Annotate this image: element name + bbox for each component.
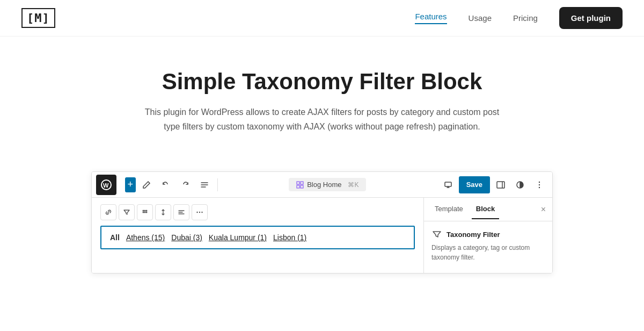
svg-rect-7 [497,182,504,188]
editor-mockup: W + [91,171,553,274]
block-grid-button[interactable] [137,204,153,220]
toolbar-separator [217,178,218,191]
tab-block[interactable]: Block [472,199,499,219]
svg-point-19 [199,212,200,213]
nav-features[interactable]: Features [415,12,447,24]
view-button[interactable] [440,176,457,193]
filter-block-preview: All Athens (15) Dubai (3) Kuala Lumpur (… [100,226,415,249]
keyboard-hint: ⌘K [348,181,358,189]
svg-rect-3 [301,182,303,184]
get-plugin-button[interactable]: Get plugin [559,7,623,29]
svg-rect-6 [445,182,451,186]
filter-kuala-lumpur[interactable]: Kuala Lumpur (1) [209,233,267,242]
blog-home-label: Blog Home [307,181,341,189]
svg-point-16 [144,212,146,213]
blog-home-pill[interactable]: Blog Home ⌘K [289,178,366,191]
nav-usage[interactable]: Usage [469,13,492,23]
svg-point-9 [539,181,540,182]
svg-point-14 [146,210,148,212]
hero-description: This plugin for WordPress allows to crea… [140,105,504,134]
block-description: Displays a category, tag or custom taxon… [431,243,545,262]
svg-point-12 [143,210,144,212]
page-title: Simple Taxonomy Filter Block [21,69,623,95]
block-arrows-button[interactable] [155,204,171,220]
svg-point-13 [144,210,146,212]
tab-template[interactable]: Template [430,199,467,219]
svg-text:W: W [103,182,109,189]
editor-toolbar: W + [92,172,552,198]
contrast-button[interactable] [511,176,529,193]
svg-rect-2 [297,182,299,184]
undo-button[interactable] [157,176,174,193]
editor-main: All Athens (15) Dubai (3) Kuala Lumpur (… [92,198,423,273]
list-view-button[interactable] [196,176,213,193]
filter-athens[interactable]: Athens (15) [126,233,165,242]
sidebar-tabs: Template Block × [424,198,552,221]
redo-button[interactable] [177,176,194,193]
block-more-button[interactable] [192,204,208,220]
filter-dubai[interactable]: Dubai (3) [171,233,202,242]
filter-lisbon[interactable]: Lisbon (1) [273,233,306,242]
logo: [M] [21,8,55,28]
save-button[interactable]: Save [459,176,490,193]
block-name-label: Taxonomy Filter [447,231,500,239]
wp-icon-button[interactable]: W [96,175,116,195]
edit-button[interactable] [138,176,155,193]
svg-point-10 [539,184,540,185]
page-selector: Blog Home ⌘K [222,178,433,191]
block-toolbar [100,204,415,220]
svg-point-18 [196,212,197,213]
block-title-row: Taxonomy Filter [431,229,545,240]
toolbar-right: Save [440,176,548,193]
nav-pricing[interactable]: Pricing [513,13,538,23]
more-options-button[interactable] [531,176,548,193]
sidebar-block-info: Taxonomy Filter Displays a category, tag… [424,221,552,268]
block-filter-button[interactable] [119,204,135,220]
block-link-button[interactable] [100,204,116,220]
svg-rect-4 [297,185,299,188]
add-block-button[interactable]: + [119,176,136,193]
filter-all[interactable]: All [110,233,120,242]
editor-sidebar: Template Block × Taxonomy Filter Display… [423,198,552,273]
sidebar-toggle-button[interactable] [492,176,509,193]
hero-section: Simple Taxonomy Filter Block This plugin… [0,37,644,155]
svg-point-11 [539,186,540,188]
site-header: [M] Features Usage Pricing Get plugin [0,0,644,37]
main-nav: Features Usage Pricing Get plugin [415,7,623,29]
svg-point-20 [201,212,202,213]
svg-point-17 [146,212,148,213]
svg-point-15 [143,212,144,213]
editor-content: All Athens (15) Dubai (3) Kuala Lumpur (… [92,198,552,273]
taxonomy-filter-icon [431,229,442,240]
block-align-button[interactable] [173,204,189,220]
close-sidebar-button[interactable]: × [541,205,546,214]
svg-rect-5 [301,185,303,188]
